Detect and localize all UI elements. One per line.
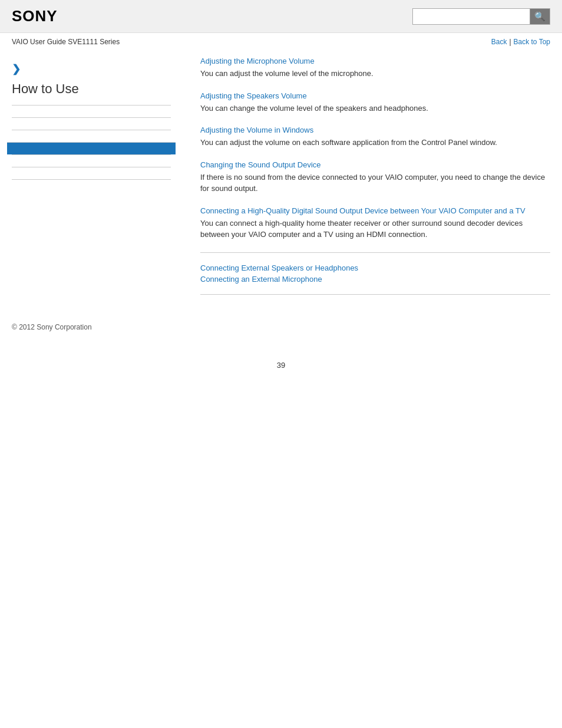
- search-button[interactable]: 🔍: [530, 8, 550, 25]
- link-volume-windows[interactable]: Adjusting the Volume in Windows: [200, 126, 550, 134]
- small-links: Connecting External Speakers or Headphon…: [200, 263, 550, 284]
- sidebar: ❯ How to Use: [12, 57, 183, 305]
- link-sound-output-device[interactable]: Changing the Sound Output Device: [200, 160, 550, 169]
- main-container: ❯ How to Use Adjusting the Microphone Vo…: [0, 57, 562, 305]
- sony-logo: SONY: [12, 7, 58, 25]
- sidebar-chevron[interactable]: ❯: [12, 62, 171, 75]
- back-link[interactable]: Back: [491, 38, 507, 46]
- search-icon: 🔍: [534, 11, 546, 22]
- desc-speakers-volume: You can change the volume level of the s…: [200, 103, 550, 114]
- desc-volume-windows: You can adjust the volume on each softwa…: [200, 137, 550, 149]
- sub-header: VAIO User Guide SVE1111 Series Back | Ba…: [0, 33, 562, 51]
- link-external-microphone[interactable]: Connecting an External Microphone: [200, 275, 550, 284]
- section-volume-windows: Adjusting the Volume in Windows You can …: [200, 126, 550, 149]
- section-sound-output-device: Changing the Sound Output Device If ther…: [200, 160, 550, 195]
- content-area: Adjusting the Microphone Volume You can …: [183, 57, 550, 305]
- link-microphone-volume[interactable]: Adjusting the Microphone Volume: [200, 57, 550, 65]
- link-hdmi-sound[interactable]: Connecting a High-Quality Digital Sound …: [200, 206, 550, 215]
- copyright: © 2012 Sony Corporation: [12, 323, 92, 331]
- sidebar-item-5[interactable]: [12, 154, 171, 167]
- separator: |: [509, 38, 511, 46]
- sidebar-item-7[interactable]: [12, 179, 171, 192]
- sidebar-item-2[interactable]: [12, 117, 171, 130]
- sidebar-item-3[interactable]: [12, 130, 171, 142]
- search-input[interactable]: [412, 8, 530, 25]
- link-external-speakers[interactable]: Connecting External Speakers or Headphon…: [200, 263, 550, 272]
- header: SONY 🔍: [0, 0, 562, 33]
- section-microphone-volume: Adjusting the Microphone Volume You can …: [200, 57, 550, 80]
- section-speakers-volume: Adjusting the Speakers Volume You can ch…: [200, 91, 550, 114]
- search-area: 🔍: [412, 8, 550, 25]
- sidebar-title: How to Use: [12, 81, 171, 97]
- footer: © 2012 Sony Corporation: [0, 305, 562, 337]
- sidebar-item-6[interactable]: [12, 167, 171, 179]
- page-number: 39: [0, 361, 562, 381]
- back-to-top-link[interactable]: Back to Top: [514, 38, 550, 46]
- desc-hdmi-sound: You can connect a high-quality home thea…: [200, 218, 550, 241]
- nav-links: Back | Back to Top: [491, 38, 550, 46]
- section-hdmi-sound: Connecting a High-Quality Digital Sound …: [200, 206, 550, 241]
- content-divider-bottom: [200, 294, 550, 295]
- desc-microphone-volume: You can adjust the volume level of the m…: [200, 68, 550, 80]
- link-speakers-volume[interactable]: Adjusting the Speakers Volume: [200, 91, 550, 100]
- sidebar-item-1[interactable]: [12, 105, 171, 117]
- content-divider: [200, 252, 550, 253]
- desc-sound-output-device: If there is no sound from the device con…: [200, 172, 550, 195]
- sidebar-item-4-active[interactable]: [7, 142, 176, 154]
- guide-title: VAIO User Guide SVE1111 Series: [12, 38, 120, 46]
